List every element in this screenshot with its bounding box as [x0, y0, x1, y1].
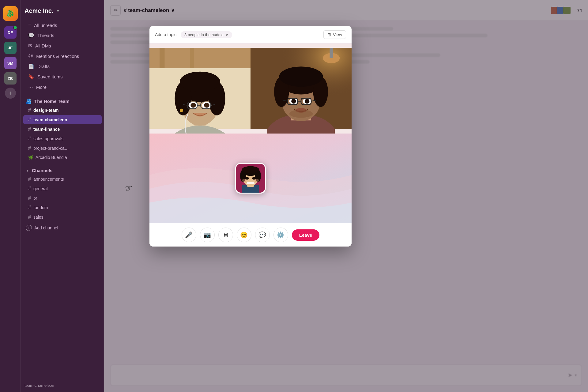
channel-team-chameleon[interactable]: # team-chameleon: [23, 115, 102, 124]
dm-avatar: 🌿: [28, 155, 33, 160]
hash-icon: #: [28, 195, 31, 201]
svg-point-36: [279, 66, 323, 87]
nav-avatar-je[interactable]: JE: [4, 42, 17, 54]
svg-rect-28: [330, 48, 333, 58]
nav-drafts-label: Drafts: [37, 64, 50, 69]
nav-more[interactable]: ⋯ More: [23, 82, 102, 92]
channel-name: Arcadio Buendia: [36, 155, 67, 160]
svg-point-16: [190, 103, 196, 107]
dm-arcadio[interactable]: 🌿 Arcadio Buendia: [23, 153, 102, 162]
local-user-avatar: [235, 163, 266, 194]
camera-button[interactable]: 📷: [200, 228, 215, 242]
svg-point-39: [291, 99, 296, 104]
view-label: View: [333, 32, 342, 37]
add-topic-button[interactable]: Add a topic: [155, 32, 176, 37]
channel-name: announcements: [33, 177, 64, 182]
channel-general[interactable]: # general: [23, 184, 102, 193]
nav-drafts[interactable]: 📄 Drafts: [23, 61, 102, 71]
settings-button[interactable]: ⚙️: [273, 228, 288, 242]
svg-point-23: [180, 109, 183, 112]
sidebar-panel: Acme Inc. ▾ ≡ All unreads 💬 Threads ✉ Al…: [21, 0, 104, 392]
grid-icon: ⊞: [327, 32, 331, 37]
huddle-header: Add a topic 3 people in the huddle ∨ ⊞ V…: [149, 26, 352, 43]
svg-point-56: [242, 166, 259, 173]
channel-sales-approvals[interactable]: # sales-approvals: [23, 134, 102, 143]
home-team-section[interactable]: 🫂 The Home Team: [21, 95, 104, 105]
channel-name: sales: [33, 215, 43, 220]
channel-random[interactable]: # random: [23, 203, 102, 212]
nav-all-unreads[interactable]: ≡ All unreads: [23, 20, 102, 30]
people-count-badge[interactable]: 3 people in the huddle ∨: [181, 31, 232, 38]
add-channel-button[interactable]: + Add channel: [21, 223, 104, 233]
channel-name: random: [33, 205, 48, 210]
nav-all-dms[interactable]: ✉ All DMs: [23, 41, 102, 51]
nav-saved-items-label: Saved items: [37, 74, 63, 79]
home-team-label: The Home Team: [34, 99, 70, 104]
svg-point-61: [254, 179, 259, 182]
nav-threads[interactable]: 💬 Threads: [23, 30, 102, 40]
huddle-modal: Add a topic 3 people in the huddle ∨ ⊞ V…: [149, 26, 352, 247]
channel-announcements[interactable]: # announcements: [23, 175, 102, 184]
channel-name: project-brand-ca…: [33, 146, 69, 151]
channel-name: team-finance: [33, 127, 60, 132]
nav-icons-column: 🐉 DF JE SM ZB +: [0, 0, 21, 392]
channels-section[interactable]: ▼ Channels: [21, 165, 104, 174]
add-channel-icon: +: [26, 225, 32, 231]
workspace-logo[interactable]: 🐉: [3, 6, 18, 21]
channel-name: sales-approvals: [33, 136, 63, 141]
channel-name: team-chameleon: [33, 117, 67, 122]
svg-rect-59: [247, 182, 254, 184]
mic-icon: 🎤: [185, 231, 193, 239]
channel-name: design-team: [33, 108, 58, 113]
nav-saved-items[interactable]: 🔖 Saved items: [23, 72, 102, 82]
video-grid: [149, 43, 352, 134]
nav-avatar-sm[interactable]: SM: [4, 57, 17, 69]
leave-button[interactable]: Leave: [292, 229, 320, 241]
channels-section-label: Channels: [32, 168, 53, 173]
svg-point-58: [252, 177, 256, 180]
all-unreads-icon: ≡: [28, 22, 31, 28]
workspace-header[interactable]: Acme Inc. ▾: [21, 4, 104, 20]
hash-icon: #: [28, 126, 31, 132]
svg-point-40: [305, 99, 309, 104]
channel-sales[interactable]: # sales: [23, 213, 102, 222]
mic-button[interactable]: 🎤: [182, 228, 196, 242]
nav-all-dms-label: All DMs: [35, 43, 51, 48]
svg-point-47: [289, 110, 313, 118]
controls-bar: 🎤 📷 🖥 😊 💬 ⚙️ Leave: [149, 223, 352, 247]
nav-avatar-df[interactable]: DF: [4, 26, 17, 39]
channel-pr[interactable]: # pr: [23, 194, 102, 203]
screen-share-icon: 🖥: [223, 232, 229, 239]
channel-team-finance[interactable]: # team-finance: [23, 125, 102, 134]
workspace-name: Acme Inc.: [24, 7, 53, 14]
settings-icon: ⚙️: [277, 231, 285, 239]
local-user-video: [236, 164, 265, 193]
people-count-chevron: ∨: [225, 32, 228, 37]
workspace-dropdown-chevron: ▾: [57, 9, 59, 13]
hash-icon: #: [28, 117, 31, 123]
svg-point-17: [204, 103, 209, 107]
channel-project-brand[interactable]: # project-brand-ca…: [23, 144, 102, 153]
nav-mentions[interactable]: @ Mentions & reactions: [23, 51, 102, 61]
add-workspace-button[interactable]: +: [5, 88, 16, 99]
nav-more-label: More: [36, 85, 47, 90]
channels-collapse-icon: ▼: [26, 168, 29, 173]
video-cell-2: [251, 43, 352, 134]
emoji-button[interactable]: 😊: [237, 228, 251, 242]
all-dms-icon: ✉: [28, 43, 32, 49]
nav-all-unreads-label: All unreads: [34, 23, 57, 28]
home-team-emoji: 🫂: [26, 98, 32, 104]
channel-design-team[interactable]: # design-team: [23, 106, 102, 115]
saved-items-icon: 🔖: [28, 74, 34, 80]
threads-icon: 💬: [28, 32, 34, 38]
chat-button[interactable]: 💬: [255, 228, 270, 242]
screen-share-button[interactable]: 🖥: [218, 228, 233, 242]
svg-point-13: [180, 72, 220, 92]
svg-rect-4: [190, 48, 194, 72]
add-channel-label: Add channel: [34, 225, 58, 230]
view-button[interactable]: ⊞ View: [323, 30, 346, 39]
hash-icon: #: [28, 107, 31, 113]
more-icon: ⋯: [28, 84, 33, 90]
hash-icon: #: [28, 214, 31, 220]
nav-avatar-zb[interactable]: ZB: [4, 72, 17, 85]
